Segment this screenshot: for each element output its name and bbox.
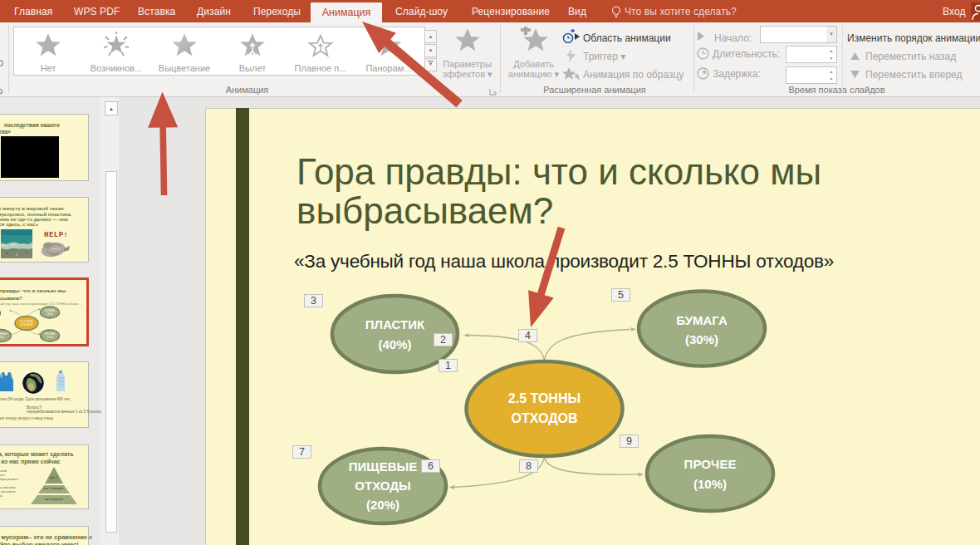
svg-text:(30%): (30%) (47, 312, 53, 316)
svg-text:шаг 3 вернуть: шаг 3 вернуть (45, 498, 64, 501)
svg-text:ОТХОДОВ: ОТХОДОВ (511, 411, 577, 425)
svg-text:шаг 2 передать: шаг 2 передать (44, 487, 65, 490)
svg-text:(20%): (20%) (0, 336, 4, 339)
svg-text:(10%): (10%) (47, 336, 53, 339)
svg-text:ОТХОДОВ: ОТХОДОВ (21, 323, 33, 327)
svg-text:(40%): (40%) (378, 337, 411, 351)
svg-text:ПЛАСТИК: ПЛАСТИК (365, 317, 425, 331)
svg-text:ПРОЧЕЕ: ПРОЧЕЕ (684, 457, 737, 471)
svg-text:БУМАГА: БУМАГА (676, 313, 728, 327)
svg-text:(20%): (20%) (366, 498, 399, 512)
svg-text:ПИЩЕВЫЕ: ПИЩЕВЫЕ (349, 459, 417, 474)
svg-text:(30%): (30%) (685, 332, 718, 346)
svg-text:ОТХОДЫ: ОТХОДЫ (355, 479, 410, 493)
svg-text:(10%): (10%) (693, 477, 727, 491)
svg-text:шаг 1: шаг 1 (51, 476, 58, 479)
svg-text:2.5 ТОННЫ: 2.5 ТОННЫ (508, 391, 581, 405)
